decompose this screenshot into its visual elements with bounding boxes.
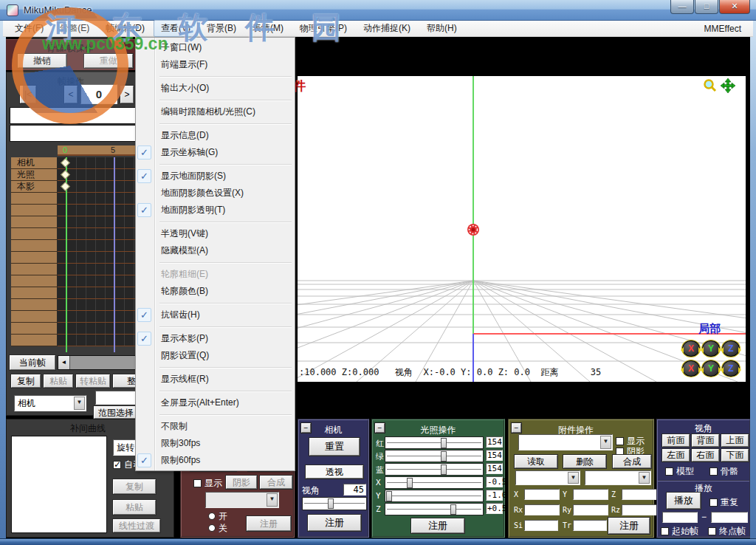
edit-button-复制[interactable]: 复制 <box>11 374 41 388</box>
menu-item-2[interactable]: 骨骼(E) <box>52 20 97 37</box>
view-menu-item[interactable]: 隐藏模型(A) <box>136 242 295 259</box>
viewport-3d[interactable]: 件 局部 XYZXYZ :10.000 Z:0.000 视角 X:-0.0 Y:… <box>298 76 746 382</box>
light-y-slider[interactable] <box>385 490 484 502</box>
view-bone-checkbox[interactable]: 骨骼 <box>709 465 738 478</box>
slider-thumb[interactable] <box>441 438 447 448</box>
current-frame-button[interactable]: 当前帧 <box>10 355 55 370</box>
light-z-value[interactable]: +0.5 <box>486 503 503 514</box>
zoom-icon[interactable] <box>703 78 718 93</box>
light-red-slider[interactable] <box>385 436 484 449</box>
light-x-value[interactable]: -0.5 <box>486 476 503 487</box>
accessory-tr-input[interactable] <box>573 520 607 531</box>
accessory-rx-input[interactable] <box>524 504 560 515</box>
accessory-rz-input[interactable] <box>622 504 657 515</box>
close-button[interactable]: ✕ <box>719 0 750 14</box>
accessory-delete-button[interactable]: 删除 <box>563 455 606 468</box>
chevron-down-icon[interactable]: ▼ <box>639 472 650 484</box>
frame-number-input[interactable]: 0 <box>80 84 117 104</box>
chevron-down-icon[interactable]: ▼ <box>568 472 579 484</box>
next-frame-button[interactable]: > <box>120 86 134 103</box>
ik-off-radio[interactable]: 关 <box>208 522 227 535</box>
light-red-value[interactable]: 154 <box>486 436 503 448</box>
play-button[interactable]: 播放 <box>667 493 701 509</box>
view-menu-item[interactable]: 编辑时跟随相机/光照(C) <box>136 103 295 120</box>
menu-item-mmeffect[interactable]: MMEffect <box>700 23 746 35</box>
slider-thumb[interactable] <box>441 465 447 475</box>
chevron-down-icon[interactable]: ▼ <box>600 436 611 449</box>
menu-item-3[interactable]: 帧编辑(D) <box>98 20 152 37</box>
keyframe-diamond-icon[interactable] <box>61 158 70 168</box>
model-display-checkbox[interactable]: 显示 <box>193 477 222 490</box>
menu-item-4[interactable]: 查看(V) <box>154 20 198 37</box>
accessory-z-input[interactable] <box>622 489 657 500</box>
redo-button[interactable]: 重做 <box>84 54 133 68</box>
view-上面-button[interactable]: 上面 <box>721 434 749 447</box>
slider-thumb[interactable] <box>407 478 413 488</box>
rotate-z-axis-icon[interactable]: Z <box>722 340 740 357</box>
fov-slider[interactable] <box>302 497 367 510</box>
start-frame-checkbox[interactable]: 起始帧 <box>661 525 698 538</box>
accessory-bone-dropdown[interactable]: ▼ <box>585 470 651 485</box>
view-menu-item[interactable]: 半透明(V键) <box>136 225 295 242</box>
accessory-si-input[interactable] <box>524 520 558 531</box>
view-menu-item[interactable]: 显示信息(D) <box>136 127 295 144</box>
chevron-down-icon[interactable]: ▼ <box>267 493 278 507</box>
view-model-checkbox[interactable]: 模型 <box>665 465 694 478</box>
view-左面-button[interactable]: 左面 <box>662 449 690 462</box>
view-menu-item[interactable]: 限制30fps <box>136 435 295 452</box>
camera-perspective-button[interactable]: 透视 <box>306 465 363 479</box>
light-blue-value[interactable]: 154 <box>486 463 503 474</box>
undo-button[interactable]: 撤销 <box>18 54 66 68</box>
chevron-down-icon[interactable]: ▼ <box>74 397 85 410</box>
view-menu-item[interactable]: ✓显示地面阴影(S) <box>136 168 295 185</box>
menu-item-1[interactable]: 文件(F) <box>7 20 51 37</box>
light-y-value[interactable]: -1.0 <box>486 490 503 501</box>
view-menu-item[interactable]: 全屏显示(Alt+Enter) <box>136 394 295 411</box>
view-menu-item[interactable]: 前端显示(F) <box>136 56 295 73</box>
view-menu-item[interactable]: ✓显示本影(P) <box>136 330 295 347</box>
model-register-button[interactable]: 注册 <box>247 516 291 531</box>
light-x-slider[interactable] <box>385 476 484 489</box>
light-register-button[interactable]: 注册 <box>411 518 464 533</box>
view-menu-item[interactable]: 轮廓颜色(B) <box>136 283 295 300</box>
scrollbar-left-arrow[interactable]: ◄ <box>58 356 70 369</box>
maximize-button[interactable]: □ <box>695 0 718 14</box>
play-start-input[interactable] <box>662 512 698 523</box>
keyframe-diamond-icon[interactable] <box>61 182 70 191</box>
accessory-ry-input[interactable] <box>573 504 608 515</box>
ik-on-radio[interactable]: 开 <box>208 510 227 523</box>
accessory-panel-minimize-button[interactable]: − <box>512 423 521 433</box>
view-menu-item[interactable]: 轮廓粗细(E) <box>136 266 295 283</box>
view-右面-button[interactable]: 右面 <box>692 449 719 462</box>
view-menu-item[interactable]: 输出大小(O) <box>136 80 295 97</box>
accessory-select-dropdown[interactable]: ▼ <box>518 434 613 450</box>
view-menu-item[interactable]: ✓抗锯齿(H) <box>136 306 295 323</box>
light-z-slider[interactable] <box>385 503 484 515</box>
accessory-register-button[interactable]: 注册 <box>608 518 650 534</box>
view-menu-item[interactable]: 子窗口(W) <box>136 39 295 56</box>
range-select-button[interactable]: 范围选择 <box>94 406 138 419</box>
pan-move-icon[interactable] <box>721 78 735 93</box>
linear-transition-button[interactable]: 线性过渡 <box>113 519 160 532</box>
interp-copy-button[interactable]: 复制 <box>113 479 156 494</box>
first-frame-button[interactable]: |< <box>20 86 36 103</box>
view-menu-item[interactable]: ✓限制60fps <box>136 452 295 469</box>
end-frame-checkbox[interactable]: 终点帧 <box>708 525 746 538</box>
accessory-model-dropdown[interactable]: ▼ <box>515 470 580 485</box>
light-blue-slider[interactable] <box>385 463 484 476</box>
camera-register-button[interactable]: 注册 <box>308 515 361 531</box>
minimize-button[interactable]: — <box>670 0 694 14</box>
accessory-x-input[interactable] <box>524 489 560 500</box>
view-menu-item[interactable]: ✓显示坐标轴(G) <box>136 144 295 161</box>
accessory-load-button[interactable]: 读取 <box>515 455 557 468</box>
keyframe-diamond-icon[interactable] <box>61 170 70 179</box>
menu-item-9[interactable]: 帮助(H) <box>419 20 464 37</box>
camera-reset-button[interactable]: 重置 <box>309 438 360 456</box>
model-blend-button[interactable]: 合成 <box>260 476 292 489</box>
move-z-axis-icon[interactable]: Z <box>722 360 740 377</box>
view-menu-item[interactable]: ✓地面阴影透明(T) <box>136 202 295 219</box>
light-green-slider[interactable] <box>385 450 484 462</box>
edit-button-转粘贴[interactable]: 转粘贴 <box>76 374 110 388</box>
model-shadow-button[interactable]: 阴影 <box>226 476 257 489</box>
view-menu-item[interactable]: 阴影设置(Q) <box>136 347 295 364</box>
